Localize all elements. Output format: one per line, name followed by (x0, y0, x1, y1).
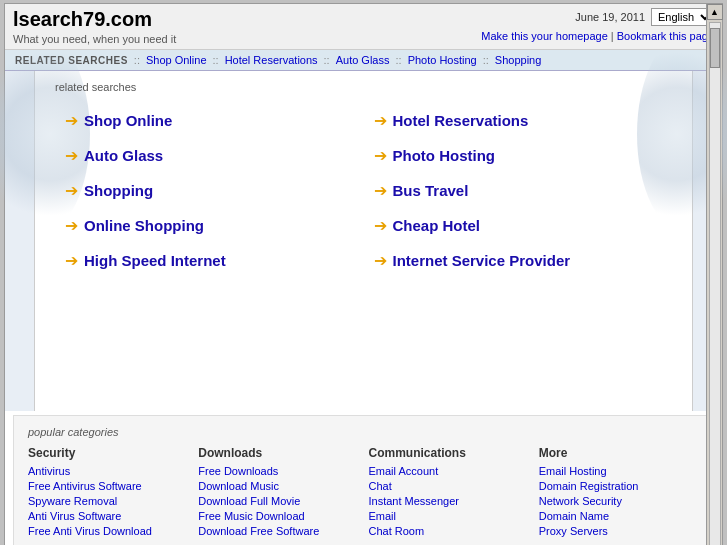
search-link-bus[interactable]: Bus Travel (393, 182, 469, 199)
cat-link-email-account[interactable]: Email Account (369, 465, 529, 477)
nav-link-hotel[interactable]: Hotel Reservations (225, 54, 318, 66)
arrow-icon-photo: ➔ (374, 146, 387, 165)
arrow-icon-isp: ➔ (374, 251, 387, 270)
cat-link-chat[interactable]: Chat (369, 480, 529, 492)
category-downloads-title: Downloads (198, 446, 358, 460)
cat-link-domain-reg[interactable]: Domain Registration (539, 480, 699, 492)
arrow-icon-highspeed: ➔ (65, 251, 78, 270)
search-link-item: ➔ Bus Travel (364, 173, 673, 208)
nav-sep-4: :: (396, 54, 402, 66)
category-more: More Email Hosting Domain Registration N… (539, 446, 699, 540)
search-link-item: ➔ Hotel Reservations (364, 103, 673, 138)
search-link-item: ➔ Internet Service Provider (364, 243, 673, 278)
vscroll-track[interactable] (709, 22, 721, 545)
search-link-cheap-hotel[interactable]: Cheap Hotel (393, 217, 481, 234)
cat-link-free-antivirus[interactable]: Free Antivirus Software (28, 480, 188, 492)
content-area: related searches ➔ Shop Online ➔ Hotel R… (5, 71, 722, 411)
category-comms-title: Communications (369, 446, 529, 460)
left-decoration (5, 71, 35, 411)
search-link-item: ➔ Photo Hosting (364, 138, 673, 173)
language-select[interactable]: English (651, 8, 714, 26)
arrow-icon-glass: ➔ (65, 146, 78, 165)
nav-bar: RELATED SEARCHES :: Shop Online :: Hotel… (5, 50, 722, 71)
nav-link-shopping[interactable]: Shopping (495, 54, 542, 66)
search-link-item: ➔ High Speed Internet (55, 243, 364, 278)
cat-link-antivirus[interactable]: Antivirus (28, 465, 188, 477)
cat-link-chat-room[interactable]: Chat Room (369, 525, 529, 537)
nav-link-autoglass[interactable]: Auto Glass (336, 54, 390, 66)
main-window: lsearch79.com What you need, when you ne… (4, 3, 723, 545)
category-security-title: Security (28, 446, 188, 460)
vscroll-thumb[interactable] (710, 28, 720, 68)
related-searches-label: related searches (55, 81, 672, 93)
search-link-item: ➔ Cheap Hotel (364, 208, 673, 243)
cat-link-antivirus-software[interactable]: Anti Virus Software (28, 510, 188, 522)
arrow-icon-shopping: ➔ (65, 181, 78, 200)
search-link-item: ➔ Shopping (55, 173, 364, 208)
date-text: June 19, 2011 (575, 11, 645, 23)
search-link-isp[interactable]: Internet Service Provider (393, 252, 571, 269)
nav-sep-1: :: (134, 54, 140, 66)
category-downloads: Downloads Free Downloads Download Music … (198, 446, 358, 540)
make-homepage-link[interactable]: Make this your homepage (481, 30, 608, 42)
search-link-photo[interactable]: Photo Hosting (393, 147, 495, 164)
site-title: lsearch79.com (13, 8, 176, 31)
cat-link-free-software[interactable]: Download Free Software (198, 525, 358, 537)
search-link-hotel[interactable]: Hotel Reservations (393, 112, 529, 129)
popular-label: popular categories (28, 426, 699, 438)
search-link-item: ➔ Shop Online (55, 103, 364, 138)
cat-link-email[interactable]: Email (369, 510, 529, 522)
arrow-icon-online-shopping: ➔ (65, 216, 78, 235)
category-communications: Communications Email Account Chat Instan… (369, 446, 529, 540)
cat-link-proxy[interactable]: Proxy Servers (539, 525, 699, 537)
nav-sep-5: :: (483, 54, 489, 66)
nav-link-shop-online[interactable]: Shop Online (146, 54, 207, 66)
cat-link-domain-name[interactable]: Domain Name (539, 510, 699, 522)
cat-link-free-antivirus-dl[interactable]: Free Anti Virus Download (28, 525, 188, 537)
search-link-autoglass[interactable]: Auto Glass (84, 147, 163, 164)
date-lang-row: June 19, 2011 English (481, 8, 714, 26)
nav-sep-3: :: (324, 54, 330, 66)
search-link-item: ➔ Auto Glass (55, 138, 364, 173)
category-more-title: More (539, 446, 699, 460)
arrow-icon-shop: ➔ (65, 111, 78, 130)
nav-link-photo[interactable]: Photo Hosting (408, 54, 477, 66)
cat-link-download-movie[interactable]: Download Full Movie (198, 495, 358, 507)
search-link-shop-online[interactable]: Shop Online (84, 112, 172, 129)
arrow-icon-cheap-hotel: ➔ (374, 216, 387, 235)
cat-link-instant-messenger[interactable]: Instant Messenger (369, 495, 529, 507)
search-link-highspeed[interactable]: High Speed Internet (84, 252, 226, 269)
search-link-shopping[interactable]: Shopping (84, 182, 153, 199)
nav-sep-2: :: (213, 54, 219, 66)
search-link-item: ➔ Online Shopping (55, 208, 364, 243)
cat-link-email-hosting[interactable]: Email Hosting (539, 465, 699, 477)
category-security: Security Antivirus Free Antivirus Softwa… (28, 446, 188, 540)
cat-link-free-music[interactable]: Free Music Download (198, 510, 358, 522)
cat-link-spyware[interactable]: Spyware Removal (28, 495, 188, 507)
center-content: related searches ➔ Shop Online ➔ Hotel R… (35, 71, 692, 411)
popular-section: popular categories Security Antivirus Fr… (13, 415, 714, 545)
top-bar: lsearch79.com What you need, when you ne… (5, 4, 722, 50)
arrow-icon-hotel: ➔ (374, 111, 387, 130)
arrow-icon-bus: ➔ (374, 181, 387, 200)
search-link-online-shopping[interactable]: Online Shopping (84, 217, 204, 234)
cat-link-free-downloads[interactable]: Free Downloads (198, 465, 358, 477)
links-grid: ➔ Shop Online ➔ Hotel Reservations ➔ Aut… (55, 103, 672, 278)
cat-link-download-music[interactable]: Download Music (198, 480, 358, 492)
cat-link-network-sec[interactable]: Network Security (539, 495, 699, 507)
right-scrollbar: ▲ ▼ (706, 4, 722, 545)
categories-grid: Security Antivirus Free Antivirus Softwa… (28, 446, 699, 540)
scroll-up-button[interactable]: ▲ (707, 4, 723, 20)
